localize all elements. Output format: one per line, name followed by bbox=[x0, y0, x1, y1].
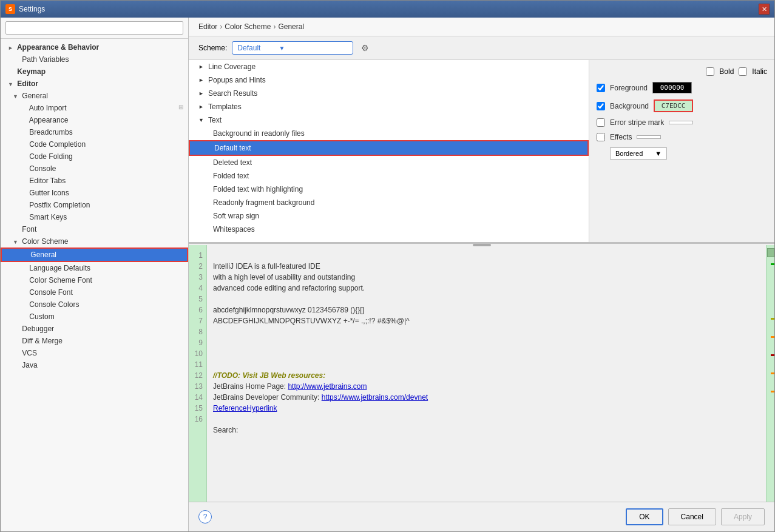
sidebar-item-console-colors[interactable]: Console Colors bbox=[1, 298, 188, 311]
sidebar-label: Editor bbox=[17, 79, 38, 88]
error-stripe-checkbox[interactable] bbox=[597, 118, 605, 127]
sidebar-item-path-variables[interactable]: Path Variables bbox=[1, 53, 188, 66]
sidebar-item-font[interactable]: Font bbox=[1, 223, 188, 235]
expand-icon: ► bbox=[198, 104, 206, 110]
sidebar-item-appearance-behavior[interactable]: ► Appearance & Behavior bbox=[1, 41, 188, 53]
breadcrumb-sep2: › bbox=[273, 22, 276, 31]
sidebar-item-color-scheme[interactable]: ▼ Color Scheme bbox=[1, 235, 188, 247]
options-tree[interactable]: ► Line Coverage ► Popups and Hints ► Sea… bbox=[189, 60, 589, 242]
options-item-text[interactable]: ▼ Text bbox=[189, 113, 589, 127]
help-button[interactable]: ? bbox=[198, 510, 212, 524]
error-stripe-label: Error stripe mark bbox=[610, 118, 664, 127]
options-item-popups-hints[interactable]: ► Popups and Hints bbox=[189, 73, 589, 87]
collapse-arrow: ► bbox=[8, 45, 15, 51]
expand-icon: ► bbox=[198, 90, 206, 96]
sidebar-item-console-font[interactable]: Console Font bbox=[1, 286, 188, 298]
sidebar-item-appearance[interactable]: Appearance bbox=[1, 114, 188, 126]
preview-scrollbar[interactable] bbox=[766, 245, 774, 502]
scroll-mark bbox=[771, 336, 774, 338]
options-item-whitespaces[interactable]: Whitespaces bbox=[189, 223, 589, 236]
error-stripe-swatch[interactable] bbox=[669, 121, 693, 124]
ok-button[interactable]: OK bbox=[626, 508, 663, 525]
effects-row: Effects bbox=[597, 133, 767, 141]
scroll-thumb[interactable] bbox=[767, 248, 774, 257]
background-label: Background bbox=[610, 102, 649, 110]
sidebar-item-language-defaults[interactable]: Language Defaults bbox=[1, 262, 188, 274]
sidebar-item-java[interactable]: Java bbox=[1, 359, 188, 371]
options-item-soft-wrap-sign[interactable]: Soft wrap sign bbox=[189, 209, 589, 223]
code-line-14-hyperlink[interactable]: ReferenceHyperlink bbox=[213, 404, 277, 412]
sidebar-item-keymap[interactable]: Keymap bbox=[1, 66, 188, 78]
code-line-12: JetBrains Home Page: http://www.jetbrain… bbox=[213, 382, 367, 391]
sidebar-item-diff-merge[interactable]: Diff & Merge bbox=[1, 335, 188, 347]
sidebar-item-code-folding[interactable]: Code Folding bbox=[1, 150, 188, 163]
options-label: Line Coverage bbox=[208, 62, 256, 71]
effects-swatch[interactable] bbox=[637, 135, 661, 139]
sidebar-item-editor[interactable]: ▼ Editor bbox=[1, 78, 188, 90]
foreground-checkbox[interactable] bbox=[597, 84, 605, 92]
sidebar-item-color-scheme-font[interactable]: Color Scheme Font bbox=[1, 274, 188, 286]
sidebar-item-vcs[interactable]: VCS bbox=[1, 347, 188, 359]
sidebar-label: Color Scheme bbox=[22, 237, 68, 246]
dropdown-arrow-icon: ▼ bbox=[279, 45, 285, 52]
sidebar-tree[interactable]: ► Appearance & Behavior Path Variables K… bbox=[1, 39, 188, 531]
gear-button[interactable]: ⚙ bbox=[358, 41, 371, 55]
sidebar-item-breadcrumbs[interactable]: Breadcrumbs bbox=[1, 126, 188, 138]
code-link-1[interactable]: http://www.jetbrains.com bbox=[288, 382, 367, 391]
options-item-folded-text-highlight[interactable]: Folded text with highlighting bbox=[189, 183, 589, 196]
cancel-button[interactable]: Cancel bbox=[668, 508, 716, 525]
foreground-label: Foreground bbox=[610, 84, 648, 92]
sidebar-label: Color Scheme Font bbox=[29, 276, 92, 285]
options-label: Templates bbox=[208, 103, 242, 111]
foreground-color-swatch[interactable]: 000000 bbox=[652, 82, 692, 93]
sidebar-label: Custom bbox=[29, 312, 54, 321]
options-label: Readonly fragment background bbox=[213, 198, 314, 207]
code-line-6: ABCDEFGHIJKLMNOPQRSTUVWXYZ +-*/= .,;:!? … bbox=[213, 317, 410, 325]
scheme-dropdown[interactable]: Default ▼ bbox=[232, 41, 353, 55]
sidebar-item-custom[interactable]: Custom bbox=[1, 311, 188, 323]
sidebar-item-gutter-icons[interactable]: Gutter Icons bbox=[1, 187, 188, 199]
options-item-bg-readonly[interactable]: Background in readonly files bbox=[189, 127, 589, 140]
options-item-default-text[interactable]: Default text bbox=[189, 140, 589, 156]
sidebar-item-console[interactable]: Console bbox=[1, 163, 188, 175]
sidebar-item-postfix-completion[interactable]: Postfix Completion bbox=[1, 199, 188, 211]
sidebar-label: Java bbox=[22, 361, 37, 369]
sidebar-item-debugger[interactable]: Debugger bbox=[1, 323, 188, 335]
options-item-folded-text[interactable]: Folded text bbox=[189, 169, 589, 183]
sidebar-item-general-selected[interactable]: General bbox=[1, 247, 188, 262]
options-label: Background in readonly files bbox=[213, 129, 305, 138]
expand-icon: ► bbox=[198, 77, 206, 83]
scroll-mark bbox=[771, 391, 774, 392]
options-item-search-results[interactable]: ► Search Results bbox=[189, 87, 589, 100]
code-line-2: with a high level of usability and outst… bbox=[213, 273, 355, 281]
options-label: Folded text bbox=[213, 172, 249, 180]
sidebar-item-general[interactable]: ▼ General bbox=[1, 90, 188, 102]
scheme-label: Scheme: bbox=[198, 44, 227, 52]
code-line-7 bbox=[213, 328, 215, 336]
code-line-8 bbox=[213, 338, 215, 347]
effects-checkbox[interactable] bbox=[597, 133, 605, 141]
sidebar-item-auto-import[interactable]: Auto Import ⊞ bbox=[1, 102, 188, 114]
options-item-deleted-text[interactable]: Deleted text bbox=[189, 156, 589, 169]
sidebar-label: Auto Import bbox=[29, 104, 67, 112]
background-color-swatch[interactable]: C7EDCC bbox=[654, 99, 693, 112]
background-checkbox[interactable] bbox=[597, 102, 605, 110]
sidebar-item-smart-keys[interactable]: Smart Keys bbox=[1, 211, 188, 223]
code-link-2[interactable]: https://www.jetbrains.com/devnet bbox=[322, 393, 428, 402]
italic-label: Italic bbox=[752, 67, 767, 76]
apply-button[interactable]: Apply bbox=[721, 508, 765, 525]
sidebar-item-code-completion[interactable]: Code Completion bbox=[1, 138, 188, 150]
italic-checkbox[interactable] bbox=[739, 67, 747, 76]
close-button[interactable]: ✕ bbox=[759, 4, 770, 15]
search-input[interactable] bbox=[5, 21, 183, 35]
options-item-templates[interactable]: ► Templates bbox=[189, 100, 589, 113]
bold-checkbox[interactable] bbox=[706, 67, 714, 76]
sidebar-item-editor-tabs[interactable]: Editor Tabs bbox=[1, 175, 188, 187]
code-line-16: Search: bbox=[213, 426, 238, 434]
sidebar-label: Breadcrumbs bbox=[29, 128, 72, 136]
options-item-line-coverage[interactable]: ► Line Coverage bbox=[189, 60, 589, 73]
options-item-readonly-fragment[interactable]: Readonly fragment background bbox=[189, 196, 589, 209]
effects-dropdown[interactable]: Bordered ▼ bbox=[610, 147, 667, 160]
scroll-mark bbox=[771, 354, 774, 356]
settings-window: S Settings ✕ ► Appearance & Behavior Pat… bbox=[0, 0, 775, 532]
